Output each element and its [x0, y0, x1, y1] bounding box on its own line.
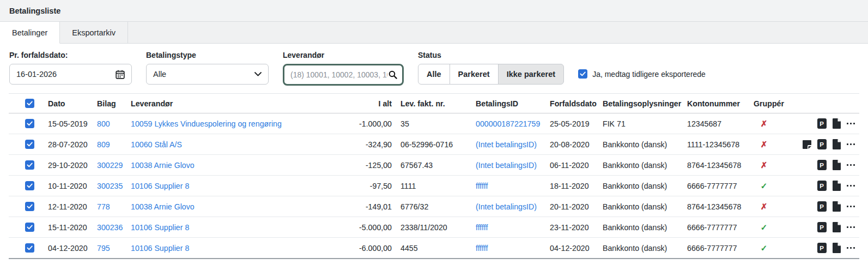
- cell-kontonummer: 1111-12345678: [683, 134, 749, 155]
- note-icon[interactable]: [803, 140, 811, 149]
- group-status-icon: ✗: [761, 160, 768, 170]
- tab-betalinger[interactable]: Betalinger: [0, 22, 60, 44]
- payment-p-icon[interactable]: P: [817, 243, 827, 253]
- column-header-forfaldsdato[interactable]: Forfaldsdato: [545, 94, 598, 113]
- calendar-icon[interactable]: [116, 70, 125, 79]
- column-header-gruppér[interactable]: Gruppér: [749, 94, 791, 113]
- cell-forfaldsdato: 20-11-2020: [545, 196, 598, 217]
- more-actions-icon[interactable]: [847, 143, 855, 146]
- cell-lev-fakt-nr: 4455: [396, 238, 471, 259]
- betalingsid-link[interactable]: ffffff: [476, 182, 488, 190]
- tab-strip: Betalinger Eksportarkiv: [0, 22, 868, 44]
- column-header-i-alt[interactable]: I alt: [344, 94, 396, 113]
- document-icon[interactable]: [833, 243, 841, 253]
- row-checkbox[interactable]: [25, 119, 34, 128]
- betalingsid-link[interactable]: ffffff: [476, 244, 488, 253]
- bilag-link[interactable]: 809: [97, 140, 110, 149]
- leverandor-link[interactable]: 10106 Supplier 8: [131, 223, 189, 232]
- due-date-field[interactable]: 16-01-2026: [9, 64, 132, 85]
- cell-forfaldsdato: 20-08-2020: [545, 134, 598, 155]
- include-exported-checkbox[interactable]: [578, 69, 587, 79]
- betalingsid-link[interactable]: (Intet betalingsID): [476, 202, 537, 211]
- leverandor-link[interactable]: 10106 Supplier 8: [131, 244, 189, 253]
- column-header-bilag[interactable]: Bilag: [93, 94, 126, 113]
- leverandor-link[interactable]: 10038 Arnie Glovo: [131, 202, 195, 211]
- cell-kontonummer: 8764-12345678: [683, 155, 749, 176]
- more-actions-icon[interactable]: [847, 164, 855, 166]
- document-icon[interactable]: [833, 139, 841, 149]
- payments-table-container: Dato Bilag Leverandør I alt Lev. fakt. n…: [0, 93, 868, 259]
- betalingsid-link[interactable]: ffffff: [476, 223, 488, 232]
- row-checkbox[interactable]: [25, 223, 34, 232]
- more-actions-icon[interactable]: [847, 185, 855, 187]
- document-icon[interactable]: [833, 181, 841, 191]
- cell-dato: 10-11-2020: [44, 176, 93, 196]
- cell-i-alt: -324,90: [344, 134, 396, 155]
- row-actions: P: [795, 160, 855, 170]
- column-header-lev-fakt-nr[interactable]: Lev. fakt. nr.: [396, 94, 471, 113]
- column-header-dato[interactable]: Dato: [44, 94, 93, 113]
- cell-betalingsoplysninger: Bankkonto (dansk): [598, 155, 683, 176]
- payment-p-icon[interactable]: P: [817, 160, 827, 170]
- cell-betalingsoplysninger: Bankkonto (dansk): [598, 238, 683, 259]
- payment-p-icon[interactable]: P: [817, 139, 827, 149]
- document-icon[interactable]: [833, 201, 841, 212]
- row-checkbox[interactable]: [25, 243, 34, 253]
- more-actions-icon[interactable]: [847, 206, 855, 208]
- status-button-alle[interactable]: Alle: [418, 64, 450, 85]
- table-header-row: Dato Bilag Leverandør I alt Lev. fakt. n…: [9, 94, 859, 113]
- cell-i-alt: -149,01: [344, 196, 396, 217]
- bilag-link[interactable]: 300235: [97, 182, 123, 190]
- column-header-betalingsid[interactable]: BetalingsID: [471, 94, 545, 113]
- row-checkbox[interactable]: [25, 140, 34, 149]
- bilag-link[interactable]: 778: [97, 202, 110, 211]
- bilag-link[interactable]: 300229: [97, 161, 123, 170]
- bilag-link[interactable]: 300236: [97, 223, 123, 232]
- row-checkbox[interactable]: [25, 160, 34, 170]
- leverandor-link[interactable]: 10106 Supplier 8: [131, 182, 189, 190]
- group-status-icon: ✗: [761, 202, 768, 211]
- select-all-checkbox[interactable]: [25, 99, 34, 108]
- chevron-down-icon: [254, 72, 262, 76]
- column-header-leverandor[interactable]: Leverandør: [126, 94, 344, 113]
- leverandor-link[interactable]: 10060 Stål A/S: [131, 140, 182, 149]
- vendor-search-field[interactable]: [283, 64, 404, 86]
- document-icon[interactable]: [833, 222, 841, 232]
- tab-eksportarkiv[interactable]: Eksportarkiv: [60, 22, 128, 43]
- search-icon[interactable]: [389, 70, 397, 79]
- cell-forfaldsdato: 23-11-2020: [545, 217, 598, 238]
- bilag-link[interactable]: 795: [97, 244, 110, 253]
- cell-kontonummer: 6666-7777777: [683, 217, 749, 238]
- document-icon[interactable]: [833, 118, 841, 129]
- payment-p-icon[interactable]: P: [817, 118, 827, 129]
- row-actions: P: [795, 201, 855, 212]
- payment-type-select[interactable]: Alle: [146, 64, 269, 85]
- more-actions-icon[interactable]: [847, 247, 855, 249]
- leverandor-link[interactable]: 10059 Lykkes Vinduespolering og rengørin…: [131, 119, 282, 128]
- cell-betalingsoplysninger: Bankkonto (dansk): [598, 196, 683, 217]
- more-actions-icon[interactable]: [847, 226, 855, 229]
- cell-i-alt: -6.000,00: [344, 238, 396, 259]
- vendor-search-input[interactable]: [289, 70, 389, 80]
- betalingsid-link[interactable]: 000000187221759: [476, 119, 540, 128]
- payment-p-icon[interactable]: P: [817, 201, 827, 212]
- status-label: Status: [418, 51, 564, 59]
- cell-dato: 15-11-2020: [44, 217, 93, 238]
- row-checkbox[interactable]: [25, 181, 34, 190]
- window-title-bar: Betalingsliste: [0, 0, 868, 22]
- bilag-link[interactable]: 800: [97, 119, 110, 128]
- status-button-parkeret[interactable]: Parkeret: [450, 64, 499, 85]
- cell-i-alt: -97,50: [344, 176, 396, 196]
- status-button-ikke-parkeret[interactable]: Ikke parkeret: [498, 64, 564, 85]
- payment-p-icon[interactable]: P: [817, 181, 827, 191]
- row-checkbox[interactable]: [25, 202, 34, 211]
- betalingsid-link[interactable]: (Intet betalingsID): [476, 161, 537, 170]
- payment-p-icon[interactable]: P: [817, 222, 827, 232]
- document-icon[interactable]: [833, 160, 841, 170]
- leverandor-link[interactable]: 10038 Arnie Glovo: [131, 161, 195, 170]
- cell-dato: 28-07-2020: [44, 134, 93, 155]
- betalingsid-link[interactable]: (Intet betalingsID): [476, 140, 537, 149]
- column-header-kontonummer[interactable]: Kontonummer: [683, 94, 749, 113]
- more-actions-icon[interactable]: [847, 123, 855, 125]
- column-header-betalingsoplysninger[interactable]: Betalingsoplysninger: [598, 94, 683, 113]
